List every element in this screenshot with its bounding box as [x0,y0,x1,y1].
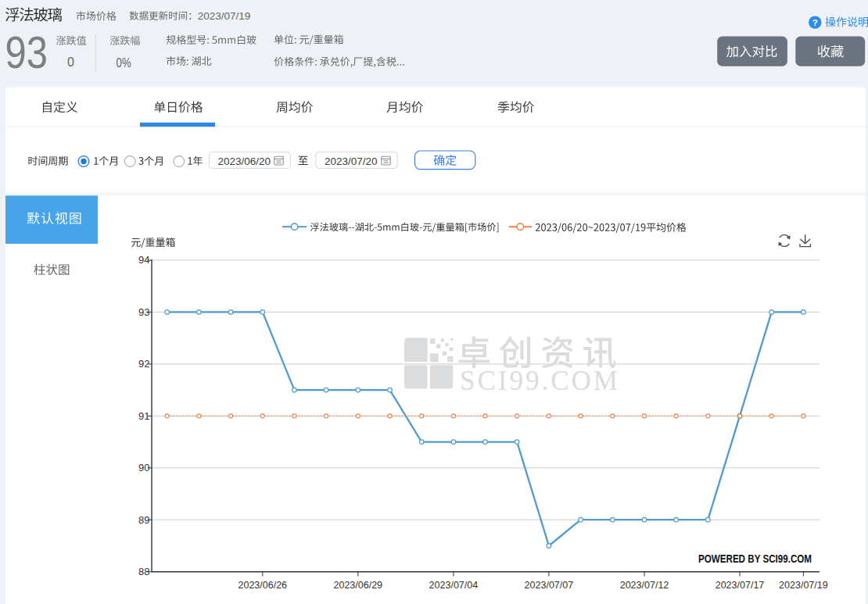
svg-text:94: 94 [138,254,149,266]
svg-text:2023/06/26: 2023/06/26 [239,580,288,591]
svg-text:2023/07/19: 2023/07/19 [198,10,251,22]
svg-text:2023/06/20: 2023/06/20 [218,155,271,167]
svg-text:0: 0 [67,55,74,69]
svg-text:2023/07/19: 2023/07/19 [779,580,828,591]
svg-text:2023/06/29: 2023/06/29 [334,580,383,591]
svg-text:0%: 0% [117,56,131,70]
svg-text:89: 89 [138,514,149,526]
svg-text:91: 91 [138,410,149,422]
svg-text:?: ? [812,18,818,27]
svg-text:2023/07/20: 2023/07/20 [325,155,378,167]
svg-text:2023/07/12: 2023/07/12 [620,580,669,591]
svg-text:2023/07/17: 2023/07/17 [716,580,765,591]
svg-text:93: 93 [138,306,149,318]
svg-text:90: 90 [138,462,149,474]
svg-text:POWERED BY SCI99.COM: POWERED BY SCI99.COM [698,552,812,565]
svg-text:88: 88 [138,566,149,577]
svg-text:92: 92 [138,358,149,370]
svg-text:93: 93 [5,27,48,77]
svg-text:2023/07/04: 2023/07/04 [429,580,479,591]
svg-text:2023/07/07: 2023/07/07 [525,580,574,591]
svg-text:SCI99.COM: SCI99.COM [460,366,620,396]
